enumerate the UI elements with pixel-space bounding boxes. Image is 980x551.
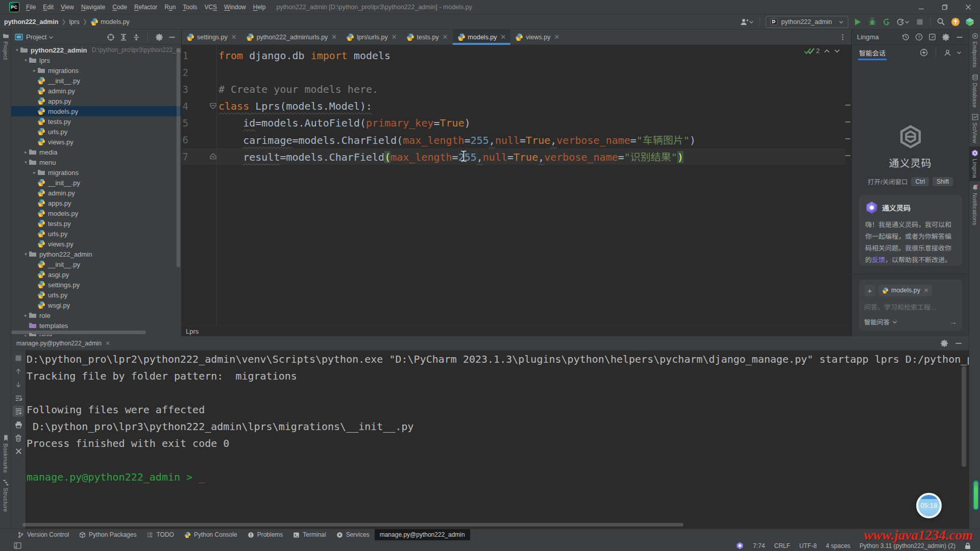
tree-item-views.py[interactable]: views.py (11, 137, 181, 147)
lingma-chat-tab[interactable]: 智能会话 (859, 45, 886, 60)
stripe-item-bookmarks[interactable]: Bookmarks (0, 432, 11, 476)
console-horizontal-scrollbar[interactable] (22, 523, 683, 527)
tree-item-templates[interactable]: templates (11, 320, 181, 331)
run-console-output[interactable]: D:\python_pro\lpr2\python222_admin\venv\… (26, 350, 969, 529)
tree-item-role[interactable]: ▸role (11, 310, 181, 320)
menu-file[interactable]: File (22, 0, 39, 14)
code-line-2[interactable]: 2 (182, 64, 851, 81)
lingma-new-chat-icon[interactable] (928, 33, 936, 41)
toolwindow-button-python-packages[interactable]: Python Packages (74, 529, 141, 541)
fold-marker-icon[interactable] (188, 102, 218, 110)
status-caret-position[interactable]: 7:74 (753, 542, 765, 549)
tab-close-icon[interactable]: ✕ (231, 33, 237, 41)
tree-item-lprs[interactable]: ▾lprs (11, 55, 181, 65)
stop-process-button[interactable] (13, 353, 24, 364)
tree-item-tests.py[interactable]: tests.py (11, 218, 181, 229)
tree-item-admin.py[interactable]: admin.py (11, 188, 181, 198)
lingma-add-session-icon[interactable] (920, 48, 928, 57)
tree-item-admin.py[interactable]: admin.py (11, 86, 181, 96)
scroll-to-end-button[interactable] (13, 406, 24, 417)
chevron-down-icon[interactable] (957, 50, 962, 55)
toolwindow-button-manage-py-python222-admin[interactable]: manage.py@python222_admin (375, 529, 470, 541)
tree-item-asgi.py[interactable]: asgi.py (11, 269, 181, 280)
soft-wrap-button[interactable] (13, 392, 24, 404)
stop-button[interactable] (913, 16, 926, 28)
tree-item-urls.py[interactable]: urls.py (11, 127, 181, 137)
run-configuration-select[interactable]: python222_admin (766, 16, 848, 28)
expand-all-button[interactable] (119, 33, 128, 41)
chip-close-icon[interactable]: ✕ (924, 287, 928, 294)
menu-view[interactable]: View (57, 0, 78, 14)
tree-expand-icon[interactable]: ▾ (14, 47, 20, 53)
menu-code[interactable]: Code (109, 0, 131, 14)
toolwindow-button-version-control[interactable]: Version Control (12, 529, 74, 541)
menu-help[interactable]: Help (250, 0, 270, 14)
menu-navigate[interactable]: Navigate (78, 0, 109, 14)
tree-item-__init__.py[interactable]: __init__.py (11, 178, 181, 188)
chevron-down-icon[interactable] (48, 35, 54, 40)
run-tab[interactable]: manage.py@python222_admin ✕ (11, 336, 115, 350)
tree-item-views.py[interactable]: views.py (11, 239, 181, 249)
editor-tab-settings.py[interactable]: settings.py✕ (182, 30, 241, 44)
code-line-6[interactable]: 6 carimage=models.CharField(max_length=2… (182, 131, 851, 148)
hide-run-panel-button[interactable] (954, 339, 963, 347)
lingma-add-context-button[interactable]: + (864, 285, 875, 296)
code-line-1[interactable]: 1from django.db import models (182, 47, 851, 64)
tree-expand-icon[interactable]: ▾ (23, 58, 29, 63)
tree-item-models.py[interactable]: models.py (11, 106, 181, 116)
run-button[interactable] (851, 16, 864, 28)
tree-item-__init__.py[interactable]: __init__.py (11, 259, 181, 269)
collapse-all-button[interactable] (132, 33, 140, 41)
tree-collapse-icon[interactable]: ▸ (23, 313, 29, 318)
print-button[interactable] (13, 419, 24, 430)
tree-item-migrations[interactable]: ▸migrations (11, 167, 181, 178)
menu-vcs[interactable]: VCS (201, 0, 220, 14)
breadcrumb-item[interactable]: lprs (69, 18, 80, 26)
up-stack-trace-button[interactable] (13, 366, 24, 377)
hide-project-panel-button[interactable] (168, 33, 176, 41)
status-encoding[interactable]: UTF-8 (799, 542, 817, 549)
run-options-gear-icon[interactable] (940, 339, 948, 347)
tab-close-icon[interactable]: ✕ (391, 33, 397, 41)
menu-window[interactable]: Window (220, 0, 250, 14)
project-options-gear-icon[interactable] (155, 33, 163, 41)
status-indent-style[interactable]: 4 spaces (826, 542, 850, 549)
tree-expand-icon[interactable]: ▾ (23, 160, 29, 165)
stripe-item-notifications[interactable]: Notifications (969, 181, 980, 229)
tree-item-tests.py[interactable]: tests.py (11, 116, 181, 127)
lingma-help-icon[interactable]: ? (915, 33, 923, 41)
tree-collapse-icon[interactable]: ▸ (32, 170, 37, 175)
hide-lingma-panel-button[interactable] (955, 33, 964, 41)
tree-item-urls.py[interactable]: urls.py (11, 229, 181, 239)
tree-item-models.py[interactable]: models.py (11, 208, 181, 218)
editor-tab-lprs-urls.py[interactable]: lprs\urls.py✕ (341, 30, 401, 44)
lingma-gear-icon[interactable] (942, 33, 950, 41)
toolwindow-button-terminal[interactable]: Terminal (288, 529, 331, 541)
code-line-3[interactable]: 3# Create your models here. (182, 81, 851, 97)
menu-run[interactable]: Run (161, 0, 179, 14)
tree-item-settings.py[interactable]: settings.py (11, 280, 181, 290)
lingma-feedback-link[interactable]: 反馈 (872, 256, 885, 264)
tree-collapse-icon[interactable]: ▸ (32, 68, 37, 73)
ide-sphere-icon[interactable] (963, 16, 976, 28)
down-stack-trace-button[interactable] (13, 379, 24, 390)
tab-close-icon[interactable]: ✕ (443, 33, 448, 41)
close-window-button[interactable] (957, 0, 980, 14)
project-panel-title[interactable]: Project (26, 33, 46, 41)
stripe-item-database[interactable]: Database (969, 71, 980, 111)
tab-close-icon[interactable]: ✕ (554, 33, 559, 41)
lingma-input-placeholder[interactable]: 问答、学习和检索工程... (864, 302, 957, 312)
tree-item-media[interactable]: ▸media (11, 147, 181, 157)
breadcrumb-item[interactable]: python222_admin (4, 18, 58, 26)
status-line-separator[interactable]: CRLF (774, 542, 790, 549)
run-with-coverage-button[interactable] (880, 16, 893, 28)
editor-tab-models.py[interactable]: models.py✕ (453, 30, 511, 44)
code-with-me-button[interactable] (738, 16, 755, 28)
tab-close-icon[interactable]: ✕ (331, 33, 337, 41)
editor-tab-views.py[interactable]: views.py✕ (510, 30, 564, 44)
stripe-item-structure[interactable]: Structure (0, 476, 11, 515)
tool-window-layout-icon[interactable] (14, 542, 21, 549)
toolwindow-button-services[interactable]: Services (331, 529, 375, 541)
toolwindow-button-todo[interactable]: TODO (141, 529, 179, 541)
project-tree-horizontal-scrollbar[interactable] (11, 331, 146, 334)
